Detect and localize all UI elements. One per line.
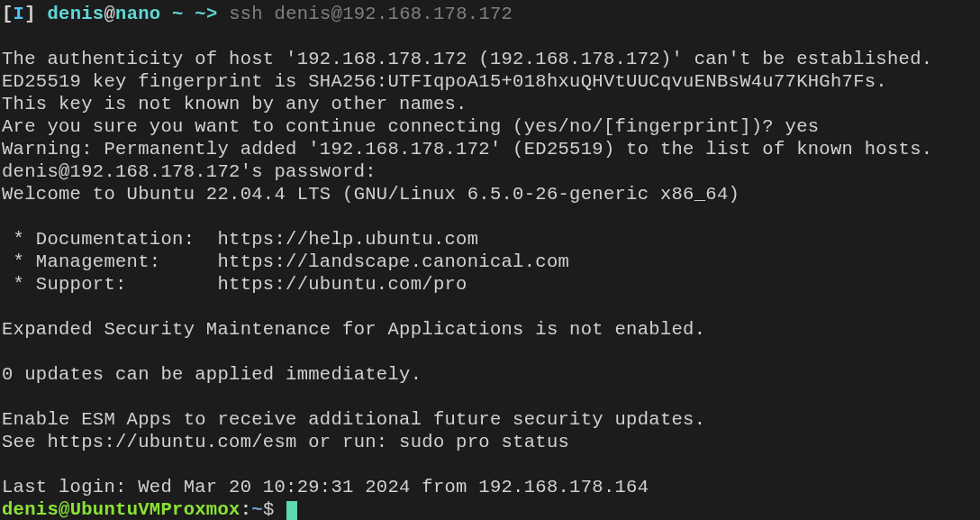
output-line: Are you sure you want to continue connec…: [2, 115, 978, 138]
prompt2-user: denis: [2, 499, 59, 520]
output-line: Last login: Wed Mar 20 10:29:31 2024 fro…: [2, 476, 978, 498]
prompt-arrow: ~>: [195, 4, 217, 24]
command-text: ssh denis@192.168.178.172: [229, 4, 513, 24]
output-line: * Documentation: https://help.ubuntu.com: [2, 228, 978, 251]
output-line: Enable ESM Apps to receive additional fu…: [2, 408, 978, 431]
cursor-icon: [286, 501, 297, 520]
prompt2-colon: :: [240, 499, 252, 520]
output-line: Expanded Security Maintenance for Applic…: [2, 318, 978, 341]
output-blank: [2, 296, 978, 318]
prompt-user: denis: [47, 4, 104, 24]
prompt2-at: @: [59, 499, 70, 520]
output-blank: [2, 341, 978, 363]
output-blank: [2, 453, 978, 476]
prompt-path: ~: [172, 4, 184, 24]
terminal[interactable]: [I] denis@nano ~ ~> ssh denis@192.168.17…: [2, 3, 978, 520]
prompt-line-2[interactable]: denis@UbuntuVMProxmox:~$: [2, 498, 978, 520]
prompt2-host: UbuntuVMProxmox: [70, 499, 240, 520]
output-line: Welcome to Ubuntu 22.04.4 LTS (GNU/Linux…: [2, 183, 978, 205]
output-blank: [2, 25, 978, 48]
output-blank: [2, 386, 978, 408]
prompt2-path: ~: [251, 499, 263, 520]
prompt2-dollar: $: [263, 499, 275, 520]
vi-mode-indicator: I: [14, 4, 25, 24]
output-line: ED25519 key fingerprint is SHA256:UTFIqp…: [2, 70, 978, 93]
output-line: This key is not known by any other names…: [2, 93, 978, 115]
prompt-at: @: [104, 4, 115, 24]
output-line: See https://ubuntu.com/esm or run: sudo …: [2, 431, 978, 453]
output-line: * Support: https://ubuntu.com/pro: [2, 273, 978, 296]
bracket-open: [: [2, 4, 14, 24]
output-line: Warning: Permanently added '192.168.178.…: [2, 138, 978, 160]
bracket-close: ]: [24, 4, 36, 24]
output-line: 0 updates can be applied immediately.: [2, 363, 978, 386]
output-line: denis@192.168.178.172's password:: [2, 160, 978, 183]
prompt-line-1: [I] denis@nano ~ ~> ssh denis@192.168.17…: [2, 3, 978, 25]
output-blank: [2, 205, 978, 228]
output-line: * Management: https://landscape.canonica…: [2, 251, 978, 273]
prompt-host: nano: [115, 4, 160, 24]
output-line: The authenticity of host '192.168.178.17…: [2, 48, 978, 70]
